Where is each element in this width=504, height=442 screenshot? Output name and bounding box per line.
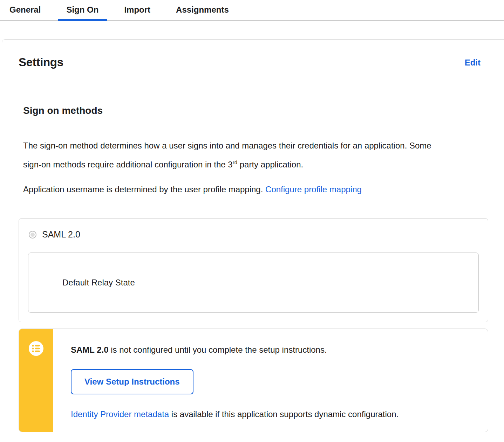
saml-radio[interactable]: [29, 231, 36, 239]
sign-on-methods-section: Sign on methods The sign-on method deter…: [23, 105, 504, 198]
metadata-line: Identity Provider metadata is available …: [71, 409, 399, 419]
tab-assignments[interactable]: Assignments: [168, 0, 237, 21]
sign-on-methods-heading: Sign on methods: [23, 105, 504, 116]
callout-message-rest: is not configured until you complete the…: [109, 345, 327, 354]
default-relay-state-field: Default Relay State: [28, 253, 479, 313]
saml-method-box: SAML 2.0 Default Relay State: [19, 218, 488, 322]
tab-general[interactable]: General: [1, 0, 49, 21]
callout-message-bold: SAML 2.0: [71, 345, 109, 354]
edit-link[interactable]: Edit: [465, 58, 481, 68]
description-text-end: party application.: [237, 160, 303, 169]
username-mapping-description: Application username is determined by th…: [23, 181, 504, 198]
sign-on-method-description: The sign-on method determines how a user…: [23, 137, 435, 173]
metadata-rest: is available if this application support…: [169, 409, 399, 419]
identity-provider-metadata-link[interactable]: Identity Provider metadata: [71, 409, 169, 419]
callout-message: SAML 2.0 is not configured until you com…: [71, 345, 399, 355]
callout-content: SAML 2.0 is not configured until you com…: [53, 329, 413, 432]
saml-radio-label: SAML 2.0: [42, 229, 80, 240]
tab-import[interactable]: Import: [116, 0, 159, 21]
bulleted-list-icon: [28, 341, 44, 356]
description-text: The sign-on method determines how a user…: [23, 141, 431, 169]
default-relay-state-label: Default Relay State: [62, 278, 135, 288]
callout-accent-bar: [19, 329, 53, 432]
tab-sign-on[interactable]: Sign On: [58, 0, 107, 21]
description-superscript: rd: [233, 159, 237, 165]
settings-card: Settings Edit Sign on methods The sign-o…: [2, 39, 504, 442]
tab-bar: General Sign On Import Assignments: [0, 0, 504, 21]
card-header: Settings Edit: [19, 56, 481, 69]
saml-setup-callout: SAML 2.0 is not configured until you com…: [19, 329, 488, 432]
view-setup-instructions-button[interactable]: View Setup Instructions: [71, 369, 193, 394]
configure-profile-mapping-link[interactable]: Configure profile mapping: [265, 185, 362, 194]
username-mapping-text: Application username is determined by th…: [23, 185, 265, 194]
settings-title: Settings: [19, 56, 63, 69]
saml-radio-row: SAML 2.0: [28, 229, 479, 240]
